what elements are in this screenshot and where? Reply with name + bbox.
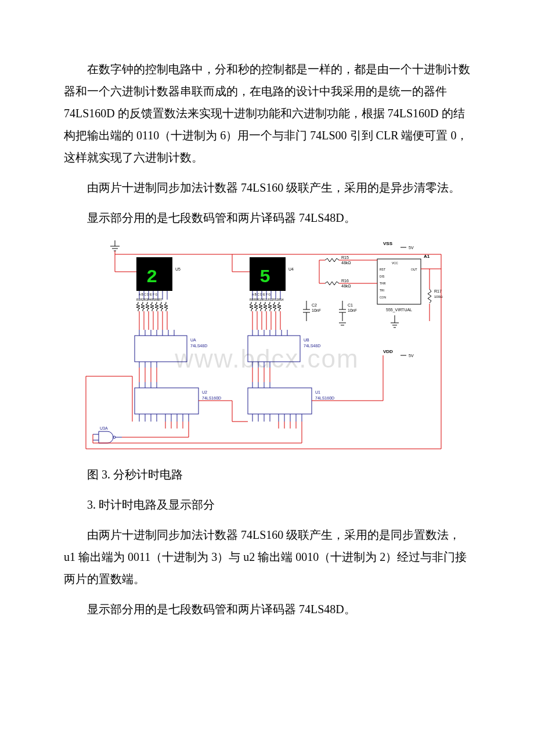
figure-3-caption: 图 3. 分秒计时电路: [64, 463, 470, 485]
svg-text:U3A: U3A: [100, 426, 108, 430]
svg-text:RST: RST: [380, 268, 385, 271]
paragraph-1: 在数字钟的控制电路中，分和秒的控制都是一样的，都是由一个十进制计数器和一个六进制…: [64, 58, 470, 168]
decoder-ub: UB 74LS48D: [248, 330, 320, 368]
timer-555: A1 VCC RST DIS THR TRI CON OUT 555_VIRTU…: [377, 254, 430, 312]
svg-rect-112: [248, 388, 312, 414]
svg-rect-96: [135, 388, 199, 414]
svg-text:48kΩ: 48kΩ: [341, 284, 351, 288]
svg-text:5V: 5V: [409, 354, 414, 358]
svg-text:R15: R15: [341, 255, 349, 260]
svg-point-128: [113, 436, 116, 438]
svg-text:U1: U1: [315, 390, 320, 394]
svg-text:U4: U4: [288, 267, 294, 271]
paragraph-2: 由两片十进制同步加法计数器 74LS160 级联产生，采用的是异步清零法。: [64, 177, 470, 199]
counter-u1: U1 74LS160D: [248, 382, 334, 422]
display-u5: 2 U5 A B C D E F G: [136, 257, 181, 300]
svg-text:A B C D E F G: A B C D E F G: [139, 293, 157, 296]
svg-text:C2: C2: [312, 303, 317, 307]
svg-text:R17: R17: [434, 289, 442, 293]
gate-u3a: U3A: [93, 426, 122, 443]
svg-text:DIS: DIS: [380, 275, 385, 278]
svg-text:OUT: OUT: [411, 268, 417, 271]
svg-text:VCC: VCC: [392, 261, 398, 265]
vdd-label: VDD 5V: [383, 349, 414, 358]
svg-text:5: 5: [259, 267, 270, 288]
svg-text:74LS48D: 74LS48D: [304, 344, 320, 348]
ground-icon-2: [391, 315, 399, 327]
svg-text:555_VIRTUAL: 555_VIRTUAL: [386, 308, 412, 312]
paragraph-5: 显示部分用的是七段数码管和两片译码器 74LS48D。: [64, 598, 470, 620]
counter-u2: U2 74LS160D: [135, 382, 221, 422]
svg-text:C1: C1: [348, 303, 353, 307]
svg-text:R8R9R10R11R12R13R14: R8R9R10R11R12R13R14: [250, 298, 284, 301]
paragraph-3: 显示部分用的是七段数码管和两片译码器 74LS48D。: [64, 207, 470, 229]
paragraph-4: 由两片十进制同步加法计数器 74LS160 级联产生，采用的是同步置数法，u1 …: [64, 524, 470, 590]
svg-text:R16: R16: [341, 279, 349, 283]
svg-text:VSS: VSS: [383, 241, 393, 246]
svg-text:R1R2R3R4R5R6R7: R1R2R3R4R5R6R7: [136, 298, 163, 301]
svg-text:100Ω: 100Ω: [434, 295, 443, 298]
svg-text:74LS48D: 74LS48D: [190, 344, 207, 348]
svg-text:A B C D E F G: A B C D E F G: [252, 293, 270, 296]
svg-text:CON: CON: [380, 296, 387, 299]
cap-c2: C2 10nF: [303, 301, 321, 321]
schematic-svg: VSS 5V 2 U5 A B C D E F G 5 U4 A B C D E…: [81, 237, 453, 452]
svg-text:10nF: 10nF: [312, 308, 321, 312]
decoder-ua: UA 74LS48D: [135, 330, 207, 368]
vss-label: VSS 5V: [383, 241, 414, 250]
svg-text:THR: THR: [380, 282, 386, 285]
display-u4: 5 U4 A B C D E F G: [250, 257, 294, 300]
svg-text:5V: 5V: [409, 246, 414, 250]
svg-text:10nF: 10nF: [348, 308, 357, 312]
svg-text:U2: U2: [202, 390, 207, 394]
svg-text:VDD: VDD: [383, 349, 393, 354]
svg-text:74LS160D: 74LS160D: [202, 396, 221, 400]
svg-text:U5: U5: [175, 267, 181, 271]
svg-text:UA: UA: [190, 338, 196, 342]
svg-rect-79: [248, 336, 300, 362]
resistor-r17: R17 100Ω: [428, 289, 443, 303]
resistor-series-2: R8R9R10R11R12R13R14: [250, 298, 284, 311]
svg-rect-65: [135, 336, 187, 362]
svg-text:UB: UB: [304, 338, 309, 342]
resistor-series-1: R1R2R3R4R5R6R7: [136, 298, 168, 311]
cap-c1: C1 10nF: [339, 301, 357, 325]
ground-icon: [110, 240, 120, 251]
svg-text:TRI: TRI: [380, 289, 384, 292]
figure-3-schematic: VSS 5V 2 U5 A B C D E F G 5 U4 A B C D E…: [64, 237, 470, 459]
svg-text:48kΩ: 48kΩ: [341, 261, 351, 265]
svg-text:2: 2: [146, 267, 157, 288]
section-3-heading: 3. 时计时电路及显示部分: [64, 494, 470, 516]
svg-text:74LS160D: 74LS160D: [315, 396, 334, 400]
